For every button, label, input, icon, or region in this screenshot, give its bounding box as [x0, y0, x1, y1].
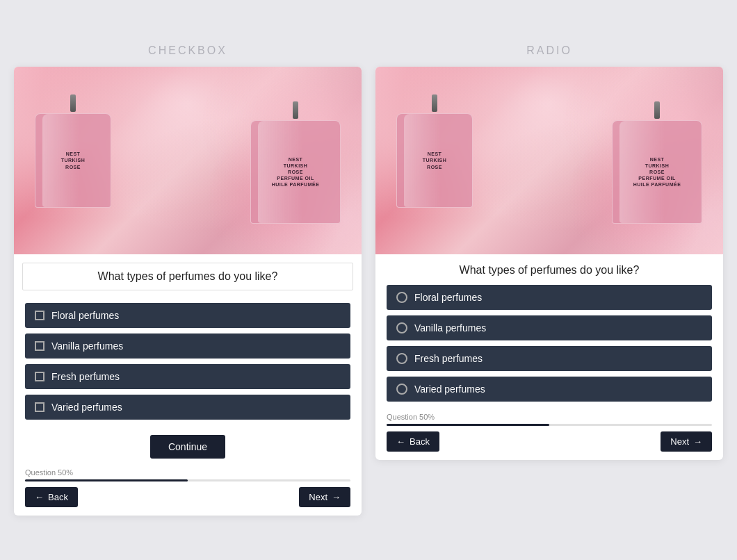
- checkbox-nav-buttons: ← Back Next →: [25, 487, 350, 509]
- radio-fresh-label: Fresh perfumes: [414, 353, 483, 364]
- checkbox-next-label: Next: [309, 492, 327, 502]
- radio-progress-bar-fill: [387, 424, 549, 426]
- dropper-right: [293, 101, 298, 119]
- radio-next-button[interactable]: Next →: [661, 431, 712, 452]
- radio-dropper-left: [432, 94, 437, 112]
- radio-bottle-label-left: NESTTURKISHROSE: [423, 151, 447, 170]
- radio-next-label: Next: [670, 436, 689, 447]
- radio-progress-bar-bg: [387, 424, 712, 426]
- radio-hero-image: NESTTURKISHROSE NESTTURKISHROSEPERFUME O…: [375, 67, 723, 254]
- radio-label: RADIO: [526, 44, 572, 57]
- radio-varied[interactable]: [396, 384, 407, 395]
- radio-varied-label: Varied perfumes: [414, 384, 485, 395]
- radio-bottle-label-right: NESTTURKISHROSEPERFUME OILHUILE PARFUMÉE: [633, 156, 681, 188]
- checkbox-back-label: Back: [48, 492, 68, 502]
- checkbox-next-button[interactable]: Next →: [299, 487, 350, 507]
- radio-nav-buttons: ← Back Next →: [387, 431, 712, 453]
- bottle-body-right: NESTTURKISHROSEPERFUME OILHUILE PARFUMÉE: [250, 120, 341, 224]
- radio-options-area: Floral perfumes Vanilla perfumes Fresh p…: [375, 281, 723, 409]
- continue-button[interactable]: Continue: [150, 435, 225, 459]
- bottle-label-right: NESTTURKISHROSEPERFUME OILHUILE PARFUMÉE: [272, 156, 320, 188]
- back-left-arrow-icon: ←: [35, 492, 44, 502]
- checkbox-vanilla[interactable]: [35, 341, 44, 351]
- checkbox-option-floral[interactable]: Floral perfumes: [25, 303, 350, 328]
- checkbox-option-varied[interactable]: Varied perfumes: [25, 395, 350, 420]
- radio-option-vanilla[interactable]: Vanilla perfumes: [387, 315, 712, 340]
- checkbox-footer: Question 50% ← Back Next →: [14, 464, 362, 516]
- radio-back-button[interactable]: ← Back: [387, 431, 439, 452]
- next-right-arrow-icon: →: [332, 492, 341, 502]
- radio-floral[interactable]: [396, 292, 407, 303]
- checkbox-vanilla-label: Vanilla perfumes: [51, 340, 123, 352]
- checkbox-floral-label: Floral perfumes: [51, 310, 119, 321]
- radio-bottle-body-right: NESTTURKISHROSEPERFUME OILHUILE PARFUMÉE: [612, 120, 702, 224]
- checkbox-fresh[interactable]: [35, 372, 44, 381]
- radio-bottle-left: NESTTURKISHROSE: [396, 94, 473, 206]
- radio-option-floral[interactable]: Floral perfumes: [387, 285, 712, 310]
- bottle-right: NESTTURKISHROSEPERFUME OILHUILE PARFUMÉE: [250, 101, 341, 223]
- checkbox-progress-text: Question 50%: [25, 468, 350, 477]
- radio-vanilla-label: Vanilla perfumes: [414, 322, 486, 333]
- radio-dropper-right: [654, 101, 660, 119]
- dropper-left: [70, 94, 76, 112]
- bottle-left: NESTTURKISHROSE: [35, 94, 111, 206]
- radio-progress-text: Question 50%: [387, 413, 712, 421]
- radio-question: What types of perfumes do you like?: [375, 254, 723, 281]
- checkbox-option-fresh[interactable]: Fresh perfumes: [25, 364, 350, 389]
- radio-back-label: Back: [410, 436, 430, 447]
- checkbox-progress-bar-fill: [25, 479, 188, 481]
- radio-bottle-body-left: NESTTURKISHROSE: [396, 113, 473, 208]
- radio-panel-wrapper: RADIO NESTTURKISHROSE NESTTURKISHROSEPER…: [375, 44, 723, 460]
- checkbox-progress-bar-bg: [25, 479, 350, 481]
- checkbox-options-area: Floral perfumes Vanilla perfumes Fresh p…: [14, 299, 362, 427]
- checkbox-panel: NESTTURKISHROSE NESTTURKISHROSEPERFUME O…: [14, 67, 362, 516]
- radio-back-left-arrow-icon: ←: [396, 436, 405, 447]
- continue-area: Continue: [14, 427, 362, 464]
- radio-panel: NESTTURKISHROSE NESTTURKISHROSEPERFUME O…: [375, 67, 723, 460]
- radio-footer: Question 50% ← Back Next →: [375, 409, 723, 460]
- radio-floral-label: Floral perfumes: [414, 292, 482, 303]
- checkbox-varied[interactable]: [35, 402, 44, 412]
- checkbox-option-vanilla[interactable]: Vanilla perfumes: [25, 333, 350, 359]
- checkbox-back-button[interactable]: ← Back: [25, 487, 78, 507]
- radio-option-varied[interactable]: Varied perfumes: [387, 377, 712, 402]
- checkbox-panel-wrapper: CHECKBOX NESTTURKISHROSE NESTTURKISHROSE…: [14, 44, 362, 516]
- bottle-label-left: NESTTURKISHROSE: [61, 151, 86, 170]
- checkbox-question: What types of perfumes do you like?: [22, 263, 353, 290]
- radio-option-fresh[interactable]: Fresh perfumes: [387, 346, 712, 371]
- checkbox-hero-image: NESTTURKISHROSE NESTTURKISHROSEPERFUME O…: [14, 67, 362, 254]
- checkbox-floral[interactable]: [35, 311, 44, 320]
- checkbox-label: CHECKBOX: [148, 44, 227, 57]
- radio-next-right-arrow-icon: →: [693, 436, 702, 447]
- bottle-body-left: NESTTURKISHROSE: [35, 113, 111, 208]
- radio-bottle-right: NESTTURKISHROSEPERFUME OILHUILE PARFUMÉE: [612, 101, 702, 223]
- checkbox-fresh-label: Fresh perfumes: [51, 371, 120, 382]
- radio-fresh[interactable]: [396, 353, 407, 364]
- radio-vanilla[interactable]: [396, 322, 407, 333]
- checkbox-varied-label: Varied perfumes: [51, 402, 122, 413]
